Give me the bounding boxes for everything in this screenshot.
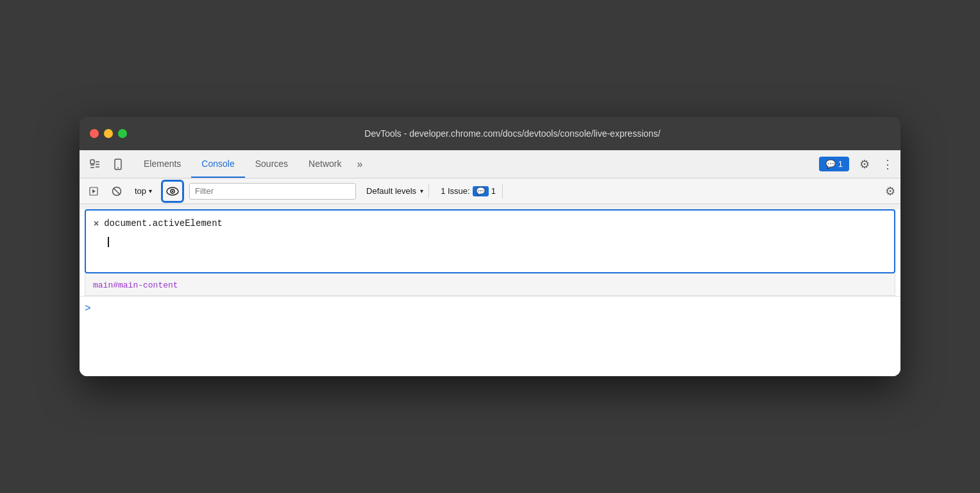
kebab-icon: ⋮ <box>882 157 893 171</box>
live-expression-result: main#main-content <box>85 273 895 296</box>
live-expression-row: × document.activeElement <box>94 217 886 230</box>
svg-line-6 <box>114 188 120 195</box>
message-badge-button[interactable]: 💬 1 <box>819 157 849 171</box>
expression-code: document.activeElement <box>104 217 223 230</box>
window-title: DevTools - developer.chrome.com/docs/dev… <box>135 128 890 139</box>
console-prompt: > <box>85 303 91 315</box>
devtools-window: DevTools - developer.chrome.com/docs/dev… <box>80 117 900 376</box>
minimize-button[interactable] <box>104 129 113 138</box>
close-expression-button[interactable]: × <box>94 218 99 229</box>
context-selector[interactable]: top ▾ <box>131 185 156 197</box>
chevron-down-icon: ▾ <box>149 187 152 195</box>
main-tabs: Elements Console Sources Network » <box>133 150 819 178</box>
svg-rect-0 <box>90 160 94 164</box>
svg-point-9 <box>172 190 173 191</box>
svg-point-2 <box>117 167 119 168</box>
tab-icon-group <box>85 154 128 175</box>
tab-more-button[interactable]: » <box>351 150 368 178</box>
devtools-panel: Elements Console Sources Network » 💬 <box>80 150 900 376</box>
tab-network[interactable]: Network <box>298 150 351 178</box>
console-toolbar: top ▾ Default levels ▾ 1 Issue: 💬 1 <box>80 178 900 204</box>
console-settings-button[interactable]: ⚙ <box>885 184 895 198</box>
message-icon: 💬 <box>825 159 836 169</box>
settings-gear-button[interactable]: ⚙ <box>854 154 875 175</box>
console-input-area[interactable]: > <box>80 296 900 321</box>
tab-console[interactable]: Console <box>191 150 244 178</box>
kebab-menu-button[interactable]: ⋮ <box>880 154 895 175</box>
issue-message-icon: 💬 <box>473 186 489 196</box>
console-gear-icon: ⚙ <box>885 185 895 198</box>
inspect-icon-button[interactable] <box>85 154 105 175</box>
tab-right-group: 💬 1 ⚙ ⋮ <box>819 154 895 175</box>
tab-bar: Elements Console Sources Network » 💬 <box>80 150 900 178</box>
text-cursor <box>108 237 109 247</box>
titlebar: DevTools - developer.chrome.com/docs/dev… <box>80 117 900 150</box>
filter-input[interactable] <box>189 183 356 200</box>
gear-icon: ⚙ <box>859 157 870 171</box>
run-script-button[interactable] <box>85 182 103 200</box>
eye-icon <box>166 187 179 196</box>
close-button[interactable] <box>90 129 99 138</box>
tab-elements[interactable]: Elements <box>133 150 191 178</box>
result-value: main#main-content <box>93 281 178 290</box>
traffic-lights <box>90 129 127 138</box>
console-body: × document.activeElement main#main-conte… <box>80 209 900 376</box>
live-expression-editor[interactable]: × document.activeElement <box>85 209 895 273</box>
tab-sources[interactable]: Sources <box>245 150 298 178</box>
block-icon-button[interactable] <box>108 182 126 200</box>
mobile-icon-button[interactable] <box>108 154 128 175</box>
maximize-button[interactable] <box>118 129 127 138</box>
cursor-line <box>108 237 886 247</box>
issue-badge[interactable]: 1 Issue: 💬 1 <box>434 184 503 198</box>
svg-marker-4 <box>92 189 96 193</box>
live-expression-button[interactable] <box>161 180 184 203</box>
levels-chevron-icon: ▾ <box>420 187 423 195</box>
default-levels-button[interactable]: Default levels ▾ <box>361 184 429 198</box>
